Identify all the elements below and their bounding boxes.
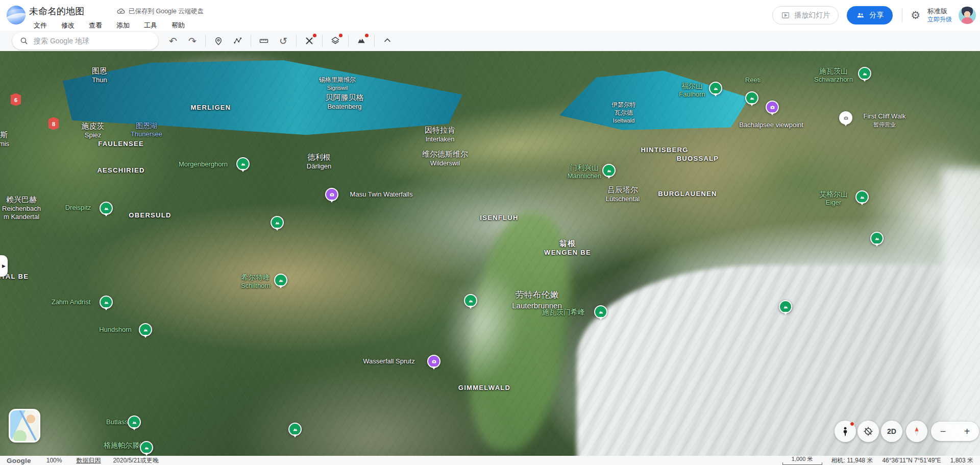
map-marker-peak[interactable] — [858, 67, 871, 80]
map-label[interactable]: 因特拉肯Interlaken — [425, 125, 455, 143]
map-marker-peak[interactable] — [288, 423, 302, 436]
compass-button[interactable] — [906, 421, 927, 442]
map-marker-peak[interactable] — [779, 300, 792, 313]
zoom-percent[interactable]: 100% — [46, 457, 62, 464]
map-style-button[interactable] — [352, 32, 371, 50]
map-label[interactable]: 吕辰塔尔Lütschental — [606, 185, 640, 203]
map-marker-peak[interactable] — [140, 441, 153, 454]
toolbar-divider — [296, 35, 297, 47]
redo-button[interactable]: ↷ — [183, 32, 202, 50]
map-marker-peak[interactable] — [100, 296, 113, 309]
route-badge: 8 — [48, 117, 59, 130]
cursor-elevation: 1,803 米 — [950, 456, 973, 465]
map-label[interactable]: 施皮茨Spiez — [82, 121, 105, 139]
map-marker-photo[interactable] — [427, 355, 440, 368]
map-label[interactable]: Dreispitz — [65, 204, 91, 212]
2d-toggle-button[interactable]: 2D — [881, 421, 902, 442]
map-marker-peak[interactable] — [870, 232, 884, 245]
data-attribution-link[interactable]: 数据归因 — [76, 456, 101, 465]
map-marker-peak[interactable] — [602, 164, 616, 177]
map-label: BURGLAUENEN — [658, 190, 717, 199]
status-bar: Google 100% 数据归因 2020/5/21或更晚 1,000 米 相机… — [0, 456, 980, 465]
pegman-button[interactable] — [835, 421, 856, 442]
creation-tools-button[interactable] — [300, 32, 319, 50]
map-label: MERLIGEN — [190, 104, 231, 112]
creation-tools-icon — [304, 36, 314, 46]
map-label[interactable]: 希尔特峰Schilthorn — [241, 273, 271, 290]
map-marker-photogray[interactable] — [839, 111, 852, 125]
search-box[interactable] — [12, 32, 158, 50]
map-label[interactable]: 贝阿滕贝格Beatenberg — [326, 92, 364, 111]
map-marker-photo[interactable] — [325, 188, 338, 201]
notification-dot — [313, 34, 316, 37]
map-label[interactable]: 赖兴巴赫Reichenbachm Kandertal — [2, 194, 41, 222]
map-marker-peak[interactable] — [271, 216, 284, 229]
map-label[interactable]: Morgenberghorn — [179, 160, 228, 169]
toolbar-divider — [374, 35, 375, 47]
terrain-rock-bottom-center — [235, 362, 510, 456]
collapse-toolbar-button[interactable] — [378, 32, 397, 50]
overview-minimap[interactable] — [9, 409, 40, 443]
compass-needle-icon — [911, 426, 922, 437]
expand-panel-handle[interactable]: ▶ — [0, 255, 8, 277]
share-button[interactable]: 分享 — [847, 6, 893, 25]
cloud-check-icon — [116, 7, 126, 16]
map-marker-peak[interactable] — [236, 157, 250, 170]
zoom-in-button[interactable]: + — [957, 426, 977, 437]
route-badge: 6 — [11, 93, 21, 106]
chevron-right-icon: ▶ — [2, 263, 6, 268]
map-marker-peak[interactable] — [139, 323, 152, 336]
map-marker-peak[interactable] — [464, 294, 477, 307]
scale-indicator: 1,000 米 — [782, 456, 822, 465]
settings-gear-icon[interactable]: ⚙ — [911, 9, 920, 21]
play-slideshow-button[interactable]: 播放幻灯片 — [772, 6, 839, 25]
map-label[interactable]: 伊瑟尔特瓦尔德Iseltwald — [611, 101, 636, 124]
map-marker-peak[interactable] — [855, 190, 869, 204]
map-marker-peak[interactable] — [709, 82, 722, 95]
map-marker-peak[interactable] — [274, 274, 287, 287]
zoom-out-button[interactable]: − — [933, 426, 953, 437]
user-avatar[interactable] — [959, 7, 976, 24]
map-canvas[interactable] — [0, 51, 980, 456]
map-label[interactable]: Wasserfall Sprutz — [363, 357, 414, 366]
map-label[interactable]: Reeti — [745, 76, 761, 85]
map-label[interactable]: 施瓦茨山Schwarzhorn — [814, 66, 853, 84]
zoom-control[interactable]: − + — [931, 422, 979, 441]
map-marker-peak[interactable] — [100, 202, 113, 215]
map-label[interactable]: 施瓦茨门希峰 — [542, 307, 585, 316]
map-label[interactable]: First Cliff Walk暂停营业 — [863, 112, 905, 128]
map-label[interactable]: Bachalpsee viewpoint — [739, 121, 803, 130]
terrain-snow-right-edge — [942, 168, 980, 456]
map-label[interactable]: 门利兴山Männlichen — [568, 163, 602, 181]
map-label[interactable]: 福尔山Faulhorn — [679, 81, 705, 99]
draw-path-button[interactable] — [228, 32, 248, 50]
add-placemark-button[interactable] — [209, 32, 228, 50]
map-label: FAULENSEE — [98, 140, 144, 149]
map-marker-photo[interactable] — [766, 101, 779, 114]
map-label[interactable]: Zahm Andrist — [52, 298, 91, 307]
search-input[interactable] — [34, 37, 146, 45]
tilt-toggle-button[interactable] — [857, 421, 879, 442]
layers-button[interactable] — [326, 32, 345, 50]
upgrade-link[interactable]: 立即升级 — [927, 16, 952, 23]
map-label[interactable]: Masu Twin Waterfalls — [350, 190, 413, 199]
map-toolbar: ↶ ↷ ↺ — [0, 31, 980, 51]
measure-button[interactable] — [254, 32, 274, 50]
undo-button[interactable]: ↶ — [163, 32, 183, 50]
map-label[interactable]: 德利根Därligen — [307, 152, 331, 170]
map-marker-peak[interactable] — [745, 91, 758, 105]
history-button[interactable]: ↺ — [274, 32, 293, 50]
google-earth-logo-icon[interactable] — [7, 6, 26, 25]
save-status-text: 已保存到 Google 云端硬盘 — [129, 7, 204, 16]
map-label[interactable]: 锡格里斯维尔Sigriswil — [319, 76, 356, 91]
map-label: HINTISBERG — [641, 146, 688, 155]
notification-dot — [365, 34, 369, 37]
map-label[interactable]: 图恩Thun — [92, 66, 107, 84]
map-label[interactable]: 斯mis — [0, 130, 9, 148]
map-label[interactable]: 艾格尔山Eiger — [819, 189, 848, 207]
map-label[interactable]: Hundshorn — [99, 326, 132, 334]
map-label[interactable]: 维尔德斯维尔Wilderswil — [422, 149, 468, 167]
document-title[interactable]: 未命名的地图 — [29, 5, 84, 17]
map-marker-peak[interactable] — [594, 305, 607, 319]
map-marker-peak[interactable] — [128, 415, 141, 429]
